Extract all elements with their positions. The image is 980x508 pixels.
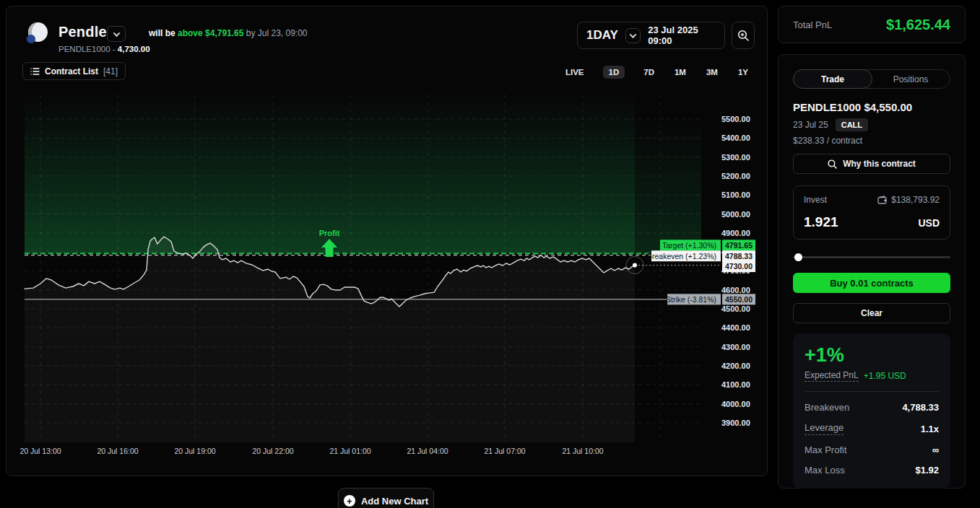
svg-text:4300.00: 4300.00	[721, 343, 750, 351]
pnl-summary-card: +1% Expected PnL +1.95 USD Breakeven 4,7…	[793, 333, 950, 489]
expected-pnl-value: +1.95 USD	[864, 371, 906, 381]
svg-text:5500.00: 5500.00	[721, 115, 750, 123]
svg-text:Breakeven (+1.23%): Breakeven (+1.23%)	[647, 252, 716, 260]
tab-bar: Trade Positions	[793, 69, 950, 89]
asset-price: 4,730.00	[118, 45, 150, 53]
timeframe-1y[interactable]: 1Y	[737, 66, 750, 79]
tab-trade[interactable]: Trade	[793, 69, 872, 89]
summary-row-leverage: Leverage 1.1x	[805, 415, 939, 437]
breakeven-value: 4,788.33	[902, 402, 939, 413]
timeframe-live[interactable]: LIVE	[564, 66, 586, 79]
contract-title: PENDLE1000 $4,550.00	[793, 101, 950, 113]
leverage-label: Leverage	[805, 422, 844, 435]
total-pnl-value: $1,625.44	[886, 17, 950, 33]
amount-slider[interactable]	[793, 253, 950, 261]
prediction-suffix: by Jul 23, 09:00	[246, 28, 308, 38]
contract-meta: 23 Jul 25 CALL	[793, 118, 950, 131]
svg-text:4200.00: 4200.00	[721, 362, 750, 370]
timeframe-row: LIVE 1D 7D 1M 3M 1Y	[564, 66, 750, 79]
interval-dropdown-button[interactable]	[625, 28, 641, 43]
svg-text:5300.00: 5300.00	[721, 153, 750, 162]
zoom-in-button[interactable]	[732, 22, 755, 49]
summary-row-breakeven: Breakeven 4,788.33	[805, 395, 939, 415]
timeframe-1d[interactable]: 1D	[603, 66, 625, 79]
contract-expiry: 23 Jul 25	[793, 120, 828, 130]
contract-list-count: [41]	[103, 66, 118, 76]
prediction-target: above $4,791.65	[178, 28, 243, 38]
timeframe-1m[interactable]: 1M	[673, 66, 688, 79]
chart-panel: 5500.005400.005300.005200.005100.005000.…	[6, 6, 768, 476]
timeframe-3m[interactable]: 3M	[705, 66, 719, 79]
svg-text:20 Jul 16:00: 20 Jul 16:00	[97, 447, 138, 455]
prediction-prefix: will be	[149, 28, 175, 38]
invest-box: Invest $138,793.92 1.921 USD	[793, 185, 950, 240]
asset-dropdown-button[interactable]	[107, 26, 126, 42]
magnifier-plus-icon	[737, 30, 750, 42]
svg-text:20 Jul 22:00: 20 Jul 22:00	[252, 447, 293, 455]
slider-track	[793, 256, 950, 258]
chevron-down-icon	[630, 31, 637, 38]
max-loss-label: Max Loss	[805, 465, 845, 476]
svg-text:Target (+1.30%): Target (+1.30%)	[662, 241, 716, 250]
svg-text:21 Jul 07:00: 21 Jul 07:00	[484, 447, 525, 455]
svg-text:21 Jul 04:00: 21 Jul 04:00	[407, 447, 448, 455]
breakeven-label: Breakeven	[805, 402, 849, 413]
timeframe-7d[interactable]: 7D	[642, 66, 656, 79]
plus-circle-icon: +	[344, 495, 355, 507]
add-new-chart-button[interactable]: + Add New Chart	[338, 488, 434, 508]
asset-symbol: PENDLE1000 -	[58, 45, 118, 53]
add-new-chart-label: Add New Chart	[361, 496, 428, 507]
svg-text:20 Jul 13:00: 20 Jul 13:00	[19, 447, 61, 455]
slider-thumb[interactable]	[794, 253, 802, 261]
asset-name: Pendle	[58, 24, 107, 40]
svg-text:Strike (-3.81%): Strike (-3.81%)	[666, 295, 716, 304]
contract-list-button[interactable]: Contract List [41]	[22, 62, 126, 80]
contract-list-label: Contract List	[45, 66, 98, 76]
expiry-datetime: 23 Jul 2025 09:00	[648, 25, 716, 46]
max-loss-value: $1.92	[915, 465, 939, 476]
svg-text:4550.00: 4550.00	[725, 295, 753, 304]
asset-logo	[28, 22, 48, 42]
tab-positions[interactable]: Positions	[872, 70, 950, 88]
why-this-contract-button[interactable]: Why this contract	[793, 154, 950, 174]
clear-button[interactable]: Clear	[793, 303, 950, 323]
svg-text:5000.00: 5000.00	[721, 210, 750, 219]
why-this-contract-label: Why this contract	[843, 159, 916, 169]
summary-row-max-loss: Max Loss $1.92	[805, 457, 939, 478]
svg-text:21 Jul 10:00: 21 Jul 10:00	[562, 447, 603, 455]
expected-pnl-label: Expected PnL	[805, 370, 859, 382]
list-icon	[30, 67, 40, 76]
invest-currency: USD	[918, 217, 940, 229]
expected-return-pct: +1%	[805, 344, 939, 367]
svg-text:5100.00: 5100.00	[721, 190, 750, 199]
interval-selector[interactable]: 1DAY 23 Jul 2025 09:00	[577, 22, 725, 49]
svg-text:4900.00: 4900.00	[721, 229, 750, 237]
invest-label: Invest	[804, 195, 827, 205]
svg-text:4400.00: 4400.00	[721, 323, 750, 332]
svg-text:4100.00: 4100.00	[721, 380, 750, 389]
svg-text:4788.33: 4788.33	[725, 252, 753, 260]
asset-subtitle: PENDLE1000 - 4,730.00	[58, 45, 150, 53]
trade-panel: Trade Positions PENDLE1000 $4,550.00 23 …	[778, 54, 966, 489]
svg-text:5200.00: 5200.00	[721, 172, 750, 180]
max-profit-label: Max Profit	[805, 444, 847, 455]
svg-text:21 Jul 01:00: 21 Jul 01:00	[329, 447, 370, 455]
svg-text:3900.00: 3900.00	[721, 419, 750, 427]
call-badge: CALL	[836, 118, 868, 131]
contract-premium: $238.33 / contract	[793, 136, 950, 146]
max-profit-value: ∞	[932, 444, 939, 455]
svg-text:4791.65: 4791.65	[725, 241, 753, 250]
svg-text:4000.00: 4000.00	[721, 400, 750, 408]
divider	[805, 391, 939, 392]
total-pnl-label: Total PnL	[793, 19, 832, 30]
invest-amount-input[interactable]: 1.921	[804, 214, 838, 230]
search-icon	[828, 159, 837, 169]
prediction-text: will be above $4,791.65 by Jul 23, 09:00	[149, 28, 308, 38]
buy-button[interactable]: Buy 0.01 contracts	[793, 273, 950, 293]
svg-text:5400.00: 5400.00	[721, 133, 750, 142]
wallet-balance-value: $138,793.92	[891, 195, 940, 205]
summary-row-max-profit: Max Profit ∞	[805, 437, 939, 457]
svg-text:4500.00: 4500.00	[721, 305, 750, 313]
total-pnl-card: Total PnL $1,625.44	[778, 6, 966, 43]
svg-text:Profit: Profit	[319, 229, 340, 237]
